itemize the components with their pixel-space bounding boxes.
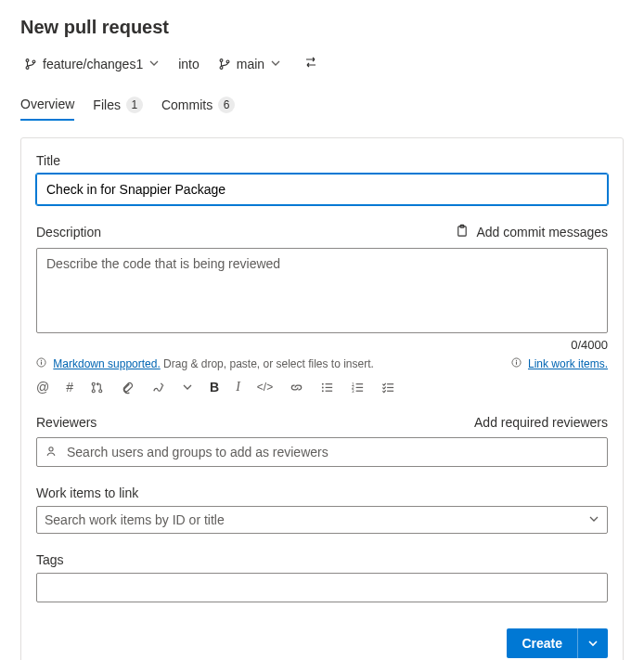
svg-point-17: [322, 382, 324, 384]
svg-rect-22: [326, 390, 333, 391]
svg-rect-28: [356, 390, 364, 391]
tab-commits[interactable]: Commits 6: [161, 93, 235, 121]
link-work-items-link[interactable]: Link work items.: [528, 357, 608, 370]
svg-point-0: [26, 58, 29, 61]
form-card: Title Description Add commit messages 0/…: [20, 137, 624, 660]
target-branch-name: main: [237, 57, 264, 71]
svg-point-4: [220, 66, 223, 69]
branch-icon: [24, 58, 37, 71]
workitems-label: Work items to link: [36, 485, 608, 500]
markdown-supported-link[interactable]: Markdown supported.: [53, 357, 160, 370]
attach-button[interactable]: [121, 381, 135, 395]
info-icon: [511, 357, 524, 370]
svg-rect-26: [356, 386, 364, 387]
draw-button[interactable]: [151, 381, 165, 395]
swap-branches-button[interactable]: [300, 51, 322, 76]
svg-point-3: [220, 58, 223, 61]
chevron-down-icon: [588, 512, 599, 527]
numbered-list-button[interactable]: 1 2 3: [351, 381, 365, 395]
svg-rect-10: [41, 362, 42, 365]
clipboard-icon: [455, 224, 469, 240]
title-input[interactable]: [36, 174, 608, 205]
branch-selector-row: feature/changes1 into main: [20, 51, 624, 76]
person-icon: [45, 445, 58, 460]
svg-point-19: [322, 386, 324, 388]
into-label: into: [169, 57, 209, 71]
drag-hint: Drag & drop, paste, or select files to i…: [161, 357, 374, 370]
branch-icon: [218, 58, 231, 71]
tab-files-label: Files: [93, 97, 121, 112]
target-branch-select[interactable]: main: [214, 53, 285, 75]
add-required-reviewers-button[interactable]: Add required reviewers: [474, 415, 608, 430]
description-label: Description: [36, 225, 101, 239]
bullet-list-button[interactable]: [320, 381, 334, 395]
svg-point-9: [41, 360, 42, 361]
workitems-placeholder: Search work items by ID or title: [45, 512, 225, 527]
svg-point-1: [26, 66, 29, 69]
source-branch-select[interactable]: feature/changes1: [20, 53, 163, 75]
chevron-down-icon: [270, 57, 281, 71]
tab-files[interactable]: Files 1: [93, 93, 143, 121]
create-button[interactable]: Create: [507, 628, 577, 658]
link-work-items-hint: Link work items.: [511, 357, 608, 370]
reviewers-label: Reviewers: [36, 415, 97, 430]
files-count-badge: 1: [126, 97, 143, 113]
italic-button[interactable]: I: [236, 380, 240, 395]
add-commit-messages-button[interactable]: Add commit messages: [455, 224, 608, 240]
description-textarea[interactable]: [36, 248, 608, 333]
add-commit-messages-label: Add commit messages: [476, 225, 608, 239]
pr-ref-button[interactable]: [90, 381, 104, 395]
workitems-select[interactable]: Search work items by ID or title: [36, 506, 608, 534]
tags-input[interactable]: [36, 573, 608, 602]
tags-label: Tags: [36, 552, 608, 567]
tabs: Overview Files 1 Commits 6: [20, 93, 624, 121]
svg-point-12: [515, 360, 516, 361]
bold-button[interactable]: B: [210, 380, 219, 395]
svg-rect-13: [516, 362, 517, 365]
link-button[interactable]: [290, 381, 303, 395]
svg-point-5: [226, 59, 229, 62]
svg-rect-20: [326, 386, 333, 387]
checklist-button[interactable]: [381, 381, 395, 395]
create-split-button: Create: [507, 628, 608, 658]
svg-point-2: [32, 59, 35, 62]
tab-commits-label: Commits: [161, 97, 213, 112]
commits-count-badge: 6: [218, 97, 235, 113]
tab-overview[interactable]: Overview: [20, 93, 74, 121]
svg-rect-24: [356, 383, 364, 384]
info-icon: [36, 357, 49, 370]
svg-point-21: [322, 390, 324, 392]
markdown-hint: Markdown supported. Drag & drop, paste, …: [36, 357, 374, 370]
hashtag-button[interactable]: #: [66, 380, 73, 395]
code-button[interactable]: </>: [257, 381, 273, 394]
markdown-toolbar: @ # B I </>: [36, 380, 608, 395]
svg-rect-18: [326, 383, 333, 384]
description-char-count: 0/4000: [36, 338, 608, 352]
reviewers-search[interactable]: [36, 437, 608, 467]
svg-point-15: [92, 389, 95, 392]
chevron-down-icon: [148, 57, 160, 71]
svg-point-14: [92, 382, 95, 385]
reviewers-input[interactable]: [65, 444, 599, 460]
more-chevron-button[interactable]: [182, 382, 193, 393]
mention-button[interactable]: @: [36, 380, 49, 395]
title-label: Title: [36, 153, 608, 168]
page-title: New pull request: [20, 17, 624, 38]
svg-point-16: [99, 389, 102, 392]
create-dropdown-button[interactable]: [577, 628, 608, 658]
svg-text:3: 3: [352, 389, 354, 394]
svg-point-32: [49, 446, 53, 450]
source-branch-name: feature/changes1: [43, 57, 143, 71]
